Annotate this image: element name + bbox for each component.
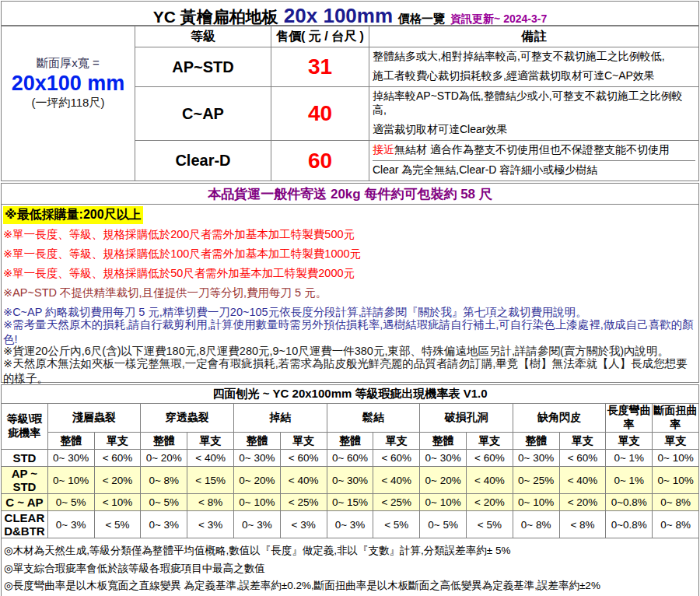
- dimension-value: 20x100 mm: [2, 71, 135, 96]
- note-line: 施工者較費心裁切損耗較多,經適當裁切取材可達C~AP效果: [373, 67, 695, 86]
- price-clear-d: 60: [271, 141, 369, 181]
- corner-header: 等級\瑕疵機率: [2, 404, 48, 450]
- prob-cell: 0~ 10%: [47, 467, 94, 494]
- prob-cell: 0~ 10%: [420, 494, 467, 511]
- prob-cell: < 3%: [187, 511, 234, 538]
- note-ap-std: 整體結多或大,相對掉結率較高,可整支不裁切施工之比例較低, 施工者較費心裁切損耗…: [369, 47, 699, 87]
- header-knot-drop: 掉結: [233, 404, 327, 433]
- prob-cell: 0~ 10%: [233, 494, 280, 511]
- prob-cell: 0~ 5%: [47, 494, 94, 511]
- subheader-overall: 整體: [420, 433, 467, 450]
- prob-cell: 0~ 15%: [327, 494, 373, 511]
- header-loose-knot: 鬆結: [327, 404, 420, 433]
- page: YC 黃檜扁柏地板 20x 100mm 價格一覽 資訊更新~ 2024-3-7 …: [1, 1, 699, 596]
- grade-ap-std: AP~STD: [135, 47, 271, 87]
- note-red-word: 接近: [373, 143, 394, 156]
- prob-cell: < 40%: [466, 467, 513, 494]
- prob-cell: < 15%: [187, 467, 234, 494]
- prob-cell: 0~ 5%: [141, 494, 187, 511]
- purchase-notes-section: ※最低採購量:200尺以上 ※單一長度、等級、規格採購低於200尺者需外加基本加…: [1, 205, 699, 383]
- prob-cell: 0~ 3%: [47, 511, 94, 538]
- prob-cell: < 40%: [187, 450, 234, 467]
- footer-notes-section: ◎木材為天然生成,等級分類僅為整體平均值概略,數值以『長度』做定義,非以『支數』…: [1, 538, 699, 596]
- prob-cell: < 8%: [559, 511, 606, 538]
- row-label: C ~ AP: [2, 494, 48, 511]
- prob-cell: 0~ 10%: [653, 450, 699, 467]
- prob-cell: < 5%: [373, 511, 420, 538]
- subheader-single: 單支: [466, 433, 513, 450]
- dimension-subnote: (一坪約118尺): [2, 96, 135, 110]
- prob-cell: < 3%: [280, 511, 327, 538]
- subheader-single: 單支: [94, 433, 141, 450]
- row-label: AP ~ STD: [2, 467, 48, 494]
- prob-table-title: 四面刨光 ~ YC 20x100mm 等級瑕疵出現機率表 V1.0: [2, 385, 699, 404]
- footer-note-line: ◎木材為天然生成,等級分類僅為整體平均值概略,數值以『長度』做定義,非以『支數』…: [4, 542, 696, 560]
- prob-cell: 0~ 8%: [653, 511, 699, 538]
- title-product: YC 黃檜扁柏地板: [153, 6, 278, 28]
- prob-cell: 0~ 30%: [420, 450, 467, 467]
- prob-cell: 0~ 30%: [47, 450, 94, 467]
- note-c-ap: 掉結率較AP~STD為低,整體結少或小,可整支不裁切施工之比例較高, 適當裁切取…: [369, 87, 699, 141]
- page-title: YC 黃檜扁柏地板 20x 100mm 價格一覽 資訊更新~ 2024-3-7: [1, 1, 699, 26]
- prob-cell: < 20%: [94, 467, 141, 494]
- prob-cell: < 5%: [94, 511, 141, 538]
- note-text: 無結材 適合作為整支不切使用但也不保證整支能不切使用: [394, 143, 670, 156]
- note-line: Clear 為完全無結,Clear-D 容許細小或極少樹結: [373, 161, 695, 181]
- prob-cell: < 8%: [187, 494, 234, 511]
- prob-cell: 0~ 8%: [513, 511, 559, 538]
- price-ap-std: 31: [271, 47, 369, 87]
- note-line: 掉結率較AP~STD為低,整體結少或小,可整支不裁切施工之比例較高,: [373, 87, 695, 121]
- subheader-overall: 整體: [327, 433, 373, 450]
- price-table-header-row: 斷面厚x寬 = 20x100 mm (一坪約118尺) 等級 售價( 元 / 台…: [2, 26, 699, 47]
- row-label: STD: [2, 450, 48, 467]
- header-damage-hole: 破損孔洞: [420, 404, 513, 433]
- prob-cell: 0~ 20%: [141, 450, 187, 467]
- prob-cell: 0~ 30%: [513, 450, 559, 467]
- header-length-bend: 長度彎曲率: [606, 404, 653, 433]
- prob-cell: < 60%: [373, 450, 420, 467]
- price-table: 斷面厚x寬 = 20x100 mm (一坪約118尺) 等級 售價( 元 / 台…: [1, 26, 699, 181]
- prob-cell: < 60%: [559, 450, 606, 467]
- dimension-label: 斷面厚x寬 =: [2, 56, 135, 71]
- prob-cell: < 40%: [280, 467, 327, 494]
- prob-cell: 0~ 8%: [653, 494, 699, 511]
- purchase-note-line: ※單一長度、等級、規格採購低於200尺者需外加基本加工特製費500元: [3, 225, 697, 244]
- grade-clear-d: Clear-D: [135, 141, 271, 181]
- subheader-single: 單支: [280, 433, 327, 450]
- prob-cell: < 5%: [466, 511, 513, 538]
- header-grade: 等級: [135, 26, 271, 47]
- prob-cell: 0~ 3%: [141, 511, 187, 538]
- subheader-overall: 整體: [513, 433, 559, 450]
- dimension-cell: 斷面厚x寬 = 20x100 mm (一坪約118尺): [2, 26, 135, 181]
- header-section-twist: 斷面扭曲率: [653, 404, 699, 433]
- row-label: CLEAR D&BTR: [2, 511, 48, 538]
- prob-title-row: 四面刨光 ~ YC 20x100mm 等級瑕疵出現機率表 V1.0: [2, 385, 699, 404]
- footer-note-line: ◎長度彎曲率是以木板寬面之直線變異 為定義基準,誤差率約±0.2%,斷面扭曲率是…: [4, 577, 696, 595]
- prob-cell: < 20%: [466, 494, 513, 511]
- grade-c-ap: C~AP: [135, 87, 271, 141]
- min-purchase-line: ※最低採購量:200尺以上: [3, 205, 697, 225]
- prob-cell: < 10%: [94, 494, 141, 511]
- prob-cell: < 60%: [94, 450, 141, 467]
- note-line: 適當裁切取材可達Clear效果: [373, 121, 695, 140]
- prob-cell: 0~ 3%: [233, 511, 280, 538]
- subheader-single: 單支: [559, 433, 606, 450]
- header-through-crack: 穿透蟲裂: [141, 404, 234, 433]
- prob-cell: 0~ 25%: [513, 467, 559, 494]
- purchase-note-line: ※天然原木無法如夾板一樣完整無瑕,一定會有瑕疵損耗,若需求為貼皮般光鮮亮麗的品質…: [3, 361, 697, 380]
- subheader-overall: 整體: [233, 433, 280, 450]
- purchase-note-line: ※AP~STD 不提供精準裁切,且僅提供一刀等分切,費用每刀 5 元。: [3, 283, 697, 303]
- prob-cell: 0~ 20%: [420, 467, 467, 494]
- prob-cell: < 40%: [559, 467, 606, 494]
- prob-cell: 0~ 10%: [653, 467, 699, 494]
- prob-subheader-row: 整體 單支 整體 單支 整體 單支 整體 單支 整體 單支 整體 單支 單支 單…: [2, 433, 699, 450]
- subheader-single: 單支: [653, 433, 699, 450]
- prob-cell: 0~ 8%: [141, 467, 187, 494]
- subheader-single: 單支: [187, 433, 234, 450]
- title-updated-date: 資訊更新~ 2024-3-7: [450, 12, 547, 26]
- prob-header-row: 等級\瑕疵機率 淺層蟲裂 穿透蟲裂 掉結 鬆結 破損孔洞 缺角閃皮 長度彎曲率 …: [2, 404, 699, 433]
- purchase-note-line: ※單一長度、等級、規格採購低於50尺者需外加基本加工特製費2000元: [3, 264, 697, 283]
- purchase-note-line: ※需考量天然原木的損耗,請自行裁剪利用,計算使用數量時需另外預估損耗率,遇樹結瑕…: [3, 322, 697, 342]
- prob-row-clear-d-btr: CLEAR D&BTR 0~ 3% < 5% 0~ 3% < 3% 0~ 3% …: [2, 511, 699, 538]
- prob-cell: 0~ 10%: [513, 494, 559, 511]
